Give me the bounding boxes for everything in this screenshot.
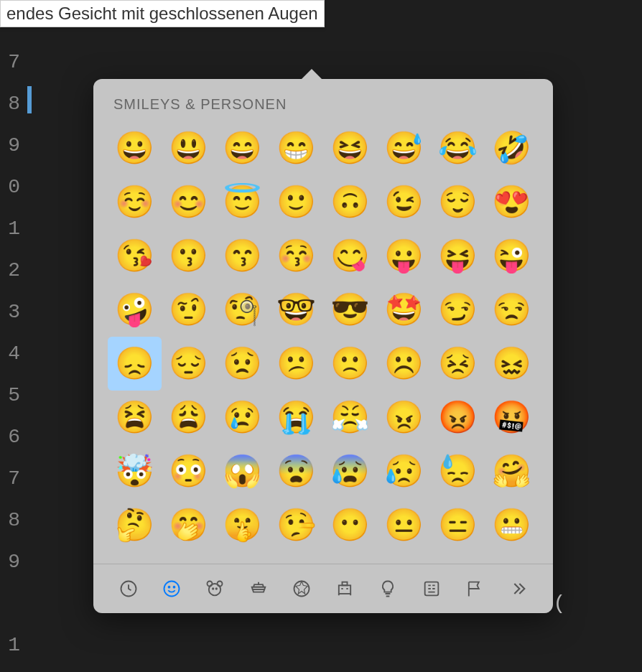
emoji-cell[interactable]: 😩 <box>162 391 215 444</box>
emoji-cell[interactable]: 😱 <box>215 444 269 498</box>
emoji-cell[interactable]: 😔 <box>162 337 215 391</box>
emoji-cell[interactable]: 😛 <box>377 229 431 283</box>
emoji-cell[interactable]: 🤩 <box>377 283 431 337</box>
svg-point-7 <box>213 588 213 589</box>
emoji-cell[interactable]: 😤 <box>323 391 377 444</box>
emoji-cell[interactable]: 😀 <box>108 121 162 175</box>
emoji-cell[interactable]: 🤣 <box>485 121 539 175</box>
tab-animals[interactable] <box>194 573 236 605</box>
emoji-cell[interactable]: 🤔 <box>108 498 162 552</box>
svg-point-9 <box>294 582 309 597</box>
tab-recent[interactable] <box>108 573 149 605</box>
emoji-cell[interactable]: 😘 <box>108 229 162 283</box>
emoji-cell[interactable]: 😖 <box>485 337 539 391</box>
emoji-cell[interactable]: 😣 <box>431 337 485 391</box>
svg-rect-11 <box>343 582 348 586</box>
emoji-cell[interactable]: 😑 <box>431 498 485 552</box>
emoji-cell[interactable]: 😟 <box>215 337 269 391</box>
emoji-cell[interactable]: 🤓 <box>269 283 323 337</box>
tab-flags[interactable] <box>454 573 496 605</box>
emoji-cell[interactable]: 🤫 <box>215 498 269 552</box>
tab-symbols[interactable] <box>411 573 452 605</box>
emoji-cell[interactable]: 🙃 <box>323 175 377 229</box>
emoji-cell[interactable]: 😃 <box>162 121 215 175</box>
emoji-cell[interactable]: 😄 <box>215 121 269 175</box>
line-number: 6 <box>0 416 20 458</box>
line-number: 8 <box>0 83 20 125</box>
emoji-cell[interactable]: 😰 <box>323 444 377 498</box>
emoji-cell[interactable]: 🤭 <box>162 498 215 552</box>
emoji-cell[interactable]: 😂 <box>431 121 485 175</box>
emoji-cell[interactable]: 😝 <box>431 229 485 283</box>
line-number: 4 <box>0 333 20 375</box>
line-number <box>0 583 20 625</box>
svg-point-8 <box>216 588 217 589</box>
emoji-cell[interactable]: 😁 <box>269 121 323 175</box>
emoji-cell[interactable]: 😗 <box>162 229 215 283</box>
emoji-cell[interactable]: 😌 <box>431 175 485 229</box>
emoji-cell[interactable]: 😳 <box>162 444 215 498</box>
tab-activity[interactable] <box>281 573 322 605</box>
emoji-cell[interactable]: 😍 <box>485 175 539 229</box>
emoji-cell[interactable]: ☺️ <box>108 175 162 229</box>
emoji-cell[interactable]: 😡 <box>431 391 485 444</box>
emoji-cell[interactable]: ☹️ <box>377 337 431 391</box>
tab-more[interactable] <box>497 573 539 605</box>
line-number: 2 <box>0 250 20 291</box>
svg-point-1 <box>164 582 180 597</box>
tab-food[interactable] <box>238 573 279 605</box>
emoji-cell[interactable]: 😬 <box>485 498 539 552</box>
emoji-cell[interactable]: 😨 <box>269 444 323 498</box>
emoji-cell[interactable]: 🤪 <box>108 283 162 337</box>
emoji-cell[interactable]: 🧐 <box>215 283 269 337</box>
emoji-cell[interactable]: 😊 <box>162 175 215 229</box>
tab-smileys[interactable] <box>151 573 192 605</box>
emoji-cell[interactable]: 😐 <box>377 498 431 552</box>
emoji-cell[interactable]: 😞 <box>108 337 162 391</box>
line-number: 0 <box>0 167 20 208</box>
emoji-cell[interactable]: 😥 <box>377 444 431 498</box>
emoji-cell[interactable]: 🤯 <box>108 444 162 498</box>
emoji-cell[interactable]: 😠 <box>377 391 431 444</box>
svg-point-3 <box>174 587 175 588</box>
emoji-cell[interactable]: 🤗 <box>485 444 539 498</box>
emoji-cell[interactable]: 😕 <box>269 337 323 391</box>
emoji-cell[interactable]: 😜 <box>485 229 539 283</box>
svg-point-2 <box>169 587 170 588</box>
emoji-cell[interactable]: 😋 <box>323 229 377 283</box>
emoji-cell[interactable]: 😏 <box>431 283 485 337</box>
emoji-cell[interactable]: 😆 <box>323 121 377 175</box>
emoji-category-tabs <box>93 564 553 613</box>
line-number: 1 <box>0 208 20 250</box>
svg-rect-10 <box>339 585 350 594</box>
emoji-picker-popover[interactable]: SMILEYS & PERSONEN 😀😃😄😁😆😅😂🤣☺️😊😇🙂🙃😉😌😍😘😗😙😚… <box>93 79 553 613</box>
svg-rect-12 <box>424 582 438 596</box>
line-number: 1 <box>0 625 20 666</box>
tab-objects[interactable] <box>367 573 409 605</box>
emoji-cell[interactable]: 😒 <box>485 283 539 337</box>
emoji-cell[interactable]: 😉 <box>377 175 431 229</box>
emoji-hover-tooltip: endes Gesicht mit geschlossenen Augen <box>0 0 325 27</box>
emoji-cell[interactable]: 😅 <box>377 121 431 175</box>
emoji-cell[interactable]: 😚 <box>269 229 323 283</box>
line-number: 9 <box>0 541 20 583</box>
emoji-cell[interactable]: 😢 <box>215 391 269 444</box>
line-number: 7 <box>0 42 20 83</box>
emoji-cell[interactable]: 😶 <box>323 498 377 552</box>
emoji-cell[interactable]: 😇 <box>215 175 269 229</box>
line-number: 3 <box>0 291 20 333</box>
emoji-cell[interactable]: 😎 <box>323 283 377 337</box>
line-number: 5 <box>0 375 20 416</box>
emoji-cell[interactable]: 😙 <box>215 229 269 283</box>
emoji-cell[interactable]: 🤬 <box>485 391 539 444</box>
emoji-cell[interactable]: 🙂 <box>269 175 323 229</box>
emoji-cell[interactable]: 😫 <box>108 391 162 444</box>
emoji-cell[interactable]: 🙁 <box>323 337 377 391</box>
emoji-cell[interactable]: 😓 <box>431 444 485 498</box>
emoji-cell[interactable]: 🤥 <box>269 498 323 552</box>
line-number: 7 <box>0 458 20 500</box>
tab-travel[interactable] <box>324 573 366 605</box>
emoji-grid: 😀😃😄😁😆😅😂🤣☺️😊😇🙂🙃😉😌😍😘😗😙😚😋😛😝😜🤪🤨🧐🤓😎🤩😏😒😞😔😟😕🙁☹️… <box>93 121 553 564</box>
emoji-cell[interactable]: 🤨 <box>162 283 215 337</box>
emoji-cell[interactable]: 😭 <box>269 391 323 444</box>
